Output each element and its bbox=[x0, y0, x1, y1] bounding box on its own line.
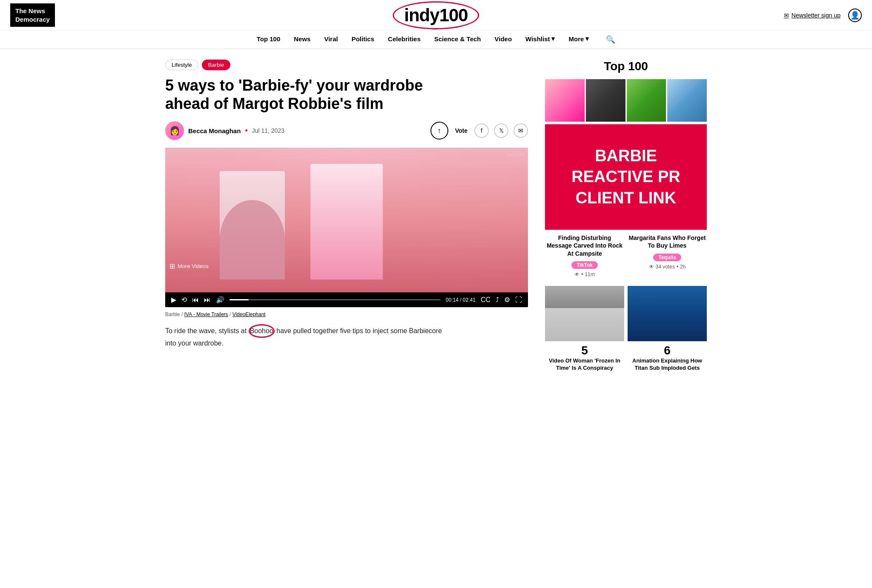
time-display: 00:14 / 02:41 bbox=[446, 297, 476, 303]
bottom-card-1-number: 5 bbox=[545, 344, 624, 357]
video-thumbnail: indy100 ⊞ More Videos bbox=[165, 148, 528, 292]
nav-celebrities[interactable]: Celebrities bbox=[388, 35, 421, 44]
card2-meta: 👁 34 votes • 2h bbox=[628, 264, 707, 270]
bottom-card-2[interactable]: 6 Animation Explaining How Titan Sub Imp… bbox=[628, 286, 707, 372]
bottom-card-1[interactable]: 5 Video Of Woman 'Frozen In Time' Is A C… bbox=[545, 286, 624, 372]
sidebar-card-2[interactable]: Margarita Fans Who Forget To Buy Limes T… bbox=[628, 234, 707, 277]
share-video-icon[interactable]: ⤴ bbox=[496, 296, 499, 304]
indy-logo-center: indy100 bbox=[393, 1, 479, 29]
top100-img-2[interactable] bbox=[586, 79, 625, 122]
search-icon[interactable]: 🔍 bbox=[606, 35, 615, 44]
nav-politics[interactable]: Politics bbox=[352, 35, 374, 44]
nav-more[interactable]: More ▾ bbox=[568, 35, 589, 44]
credit-link-iva[interactable]: IVA - Movie Trailers bbox=[184, 311, 228, 317]
nav-wishlist[interactable]: Wishlist ▾ bbox=[525, 35, 555, 44]
top100-img-4[interactable] bbox=[667, 79, 707, 122]
chevron-down-icon: ▾ bbox=[585, 35, 589, 43]
card2-title: Margarita Fans Who Forget To Buy Limes bbox=[628, 234, 707, 249]
bottom-card-1-img bbox=[545, 286, 624, 341]
card2-tag[interactable]: Tequila bbox=[653, 254, 681, 261]
card1-title: Finding Disturbing Message Carved Into R… bbox=[545, 234, 624, 257]
card1-time: 11m bbox=[585, 271, 594, 277]
skip-forward-button[interactable]: ⏭ bbox=[204, 296, 211, 304]
progress-bar[interactable] bbox=[229, 299, 441, 300]
card1-tag[interactable]: TikTok bbox=[571, 261, 598, 269]
card1-meta: 👁 • 11m bbox=[545, 271, 624, 277]
author-name[interactable]: Becca Monaghan bbox=[188, 127, 241, 134]
author-dot: • bbox=[245, 126, 247, 135]
credit-link-videoelephant[interactable]: VideoElephant bbox=[232, 311, 266, 317]
skip-back-button[interactable]: ⏮ bbox=[192, 296, 199, 304]
settings-icon[interactable]: ⚙ bbox=[504, 296, 510, 304]
breadcrumb: Lifestyle Barbie bbox=[165, 60, 528, 70]
article-side: Lifestyle Barbie 5 ways to 'Barbie-fy' y… bbox=[165, 60, 545, 372]
card1-dot: • bbox=[581, 271, 583, 277]
nav-video[interactable]: Video bbox=[495, 35, 512, 44]
sidebar: Top 100 BARBIE REACTIVE PR CLIENT LINK F… bbox=[545, 60, 707, 372]
pr-block[interactable]: BARBIE REACTIVE PR CLIENT LINK bbox=[545, 124, 707, 230]
sidebar-cards-row: Finding Disturbing Message Carved Into R… bbox=[545, 234, 707, 277]
bottom-cards: 5 Video Of Woman 'Frozen In Time' Is A C… bbox=[545, 286, 707, 372]
sidebar-title: Top 100 bbox=[545, 60, 707, 73]
vote-area: ↑ Vote f 𝕏 ✉ bbox=[430, 122, 528, 140]
card2-time: 2h bbox=[680, 264, 686, 270]
tnd-logo[interactable]: The News Democracy bbox=[10, 3, 55, 27]
user-account-icon[interactable]: 👤 bbox=[848, 9, 862, 22]
share-icons: f 𝕏 ✉ bbox=[474, 123, 528, 138]
vote-label: Vote bbox=[455, 127, 468, 134]
header-right: ✉ Newsletter sign up 👤 bbox=[784, 9, 862, 22]
bottom-card-1-title: Video Of Woman 'Frozen In Time' Is A Con… bbox=[545, 357, 624, 372]
boohoo-link[interactable]: Boohoo bbox=[249, 324, 275, 338]
video-credit: Barbie / IVA - Movie Trailers / VideoEle… bbox=[165, 311, 528, 317]
indy-logo-text: indy100 bbox=[404, 5, 468, 25]
card2-dot: • bbox=[677, 264, 678, 270]
card2-votes-icon: 👁 bbox=[649, 264, 654, 270]
avatar: 👩 bbox=[165, 121, 184, 140]
tag-barbie[interactable]: Barbie bbox=[202, 60, 231, 70]
article-body: To ride the wave, stylists at Boohoo hav… bbox=[165, 324, 446, 348]
top100-img-3[interactable] bbox=[627, 79, 666, 122]
pr-block-text: BARBIE REACTIVE PR CLIENT LINK bbox=[554, 146, 698, 208]
more-videos-button[interactable]: ⊞ More Videos bbox=[169, 262, 209, 270]
facebook-share-icon[interactable]: f bbox=[474, 123, 489, 138]
nav-viral[interactable]: Viral bbox=[324, 35, 338, 44]
progress-fill bbox=[229, 299, 249, 300]
article-title: 5 ways to 'Barbie-fy' your wardrobe ahea… bbox=[165, 76, 455, 113]
volume-icon[interactable]: 🔊 bbox=[216, 296, 224, 304]
video-controls: ▶ ⟲ ⏮ ⏭ 🔊 00:14 / 02:41 CC ⤴ ⚙ ⛶ bbox=[165, 292, 528, 307]
nav-top100[interactable]: Top 100 bbox=[257, 35, 281, 44]
email-share-icon[interactable]: ✉ bbox=[513, 123, 528, 138]
nav-scitech[interactable]: Science & Tech bbox=[434, 35, 481, 44]
vote-button[interactable]: ↑ bbox=[430, 122, 448, 140]
card2-votes: 34 votes bbox=[656, 264, 675, 270]
header: The News Democracy indy100 ✉ Newsletter … bbox=[0, 0, 872, 31]
video-player[interactable]: indy100 ⊞ More Videos ▶ ⟲ ⏮ ⏭ 🔊 bbox=[165, 148, 528, 307]
bottom-card-2-number: 6 bbox=[628, 344, 707, 357]
upvote-icon: ↑ bbox=[437, 126, 441, 135]
play-button[interactable]: ▶ bbox=[171, 296, 176, 304]
grid-icon: ⊞ bbox=[169, 262, 175, 270]
top100-img-1[interactable] bbox=[545, 79, 585, 122]
chevron-down-icon: ▾ bbox=[551, 35, 555, 43]
nav-news[interactable]: News bbox=[294, 35, 310, 44]
cc-button[interactable]: CC bbox=[481, 296, 490, 304]
mail-icon: ✉ bbox=[784, 12, 789, 19]
card1-views-icon: 👁 bbox=[574, 271, 579, 277]
video-controls-right: CC ⤴ ⚙ ⛶ bbox=[481, 296, 522, 304]
main-nav: Top 100 News Viral Politics Celebrities … bbox=[0, 31, 872, 49]
main-layout: Lifestyle Barbie 5 ways to 'Barbie-fy' y… bbox=[155, 49, 717, 372]
rewind-button[interactable]: ⟲ bbox=[181, 296, 187, 304]
top100-image-strip bbox=[545, 79, 707, 122]
twitter-share-icon[interactable]: 𝕏 bbox=[494, 123, 508, 138]
tag-lifestyle[interactable]: Lifestyle bbox=[165, 60, 198, 70]
bottom-card-2-img bbox=[628, 286, 707, 341]
sidebar-card-1[interactable]: Finding Disturbing Message Carved Into R… bbox=[545, 234, 624, 277]
newsletter-link[interactable]: ✉ Newsletter sign up bbox=[784, 12, 840, 19]
author-row: 👩 Becca Monaghan • Jul 11, 2023 ↑ Vote f… bbox=[165, 121, 528, 140]
bottom-card-2-title: Animation Explaining How Titan Sub Implo… bbox=[628, 357, 707, 372]
fullscreen-icon[interactable]: ⛶ bbox=[515, 296, 522, 304]
indy-logo-oval[interactable]: indy100 bbox=[393, 1, 479, 29]
publish-date: Jul 11, 2023 bbox=[252, 127, 284, 134]
